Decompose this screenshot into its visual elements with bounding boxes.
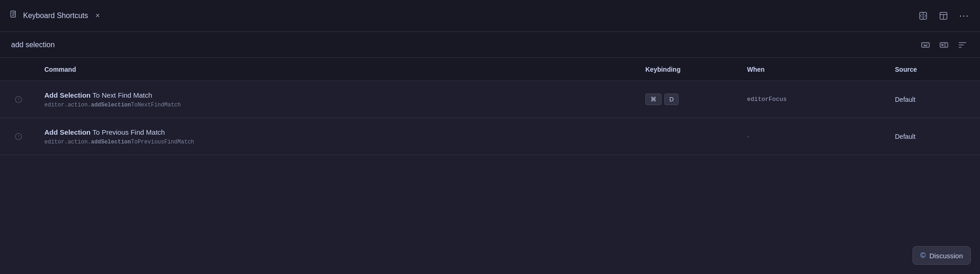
record-keys-button[interactable] xyxy=(937,38,950,51)
title-bar-left: Keyboard Shortcuts × xyxy=(9,10,103,22)
header-command: Command xyxy=(37,66,638,73)
when-cell: editorFocus xyxy=(740,90,888,108)
table-row[interactable]: Add Selection To Previous Find Match edi… xyxy=(0,118,980,155)
header-keybinding: Keybinding xyxy=(638,66,740,73)
command-bold: Add Selection xyxy=(44,91,91,99)
search-icons xyxy=(919,38,969,51)
split-editor-button[interactable] xyxy=(917,9,930,22)
table-row[interactable]: Add Selection To Next Find Match editor.… xyxy=(0,81,980,118)
cmd-suffix: ToNextFindMatch xyxy=(131,102,181,108)
command-id: editor.action.addSelectionToPreviousFind… xyxy=(44,139,631,145)
cmd-bold: addSelection xyxy=(91,139,131,145)
svg-point-13 xyxy=(942,44,943,45)
close-tab-button[interactable]: × xyxy=(93,10,103,22)
keybinding-cell xyxy=(638,131,740,142)
command-id: editor.action.addSelectionToNextFindMatc… xyxy=(44,102,631,108)
search-bar: add selection xyxy=(0,32,980,58)
search-input[interactable]: add selection xyxy=(11,32,919,57)
source-cell: Default xyxy=(888,127,980,146)
layout-button[interactable] xyxy=(937,9,950,22)
cmd-prefix: editor.action. xyxy=(44,102,91,108)
more-options-button[interactable]: ··· xyxy=(957,8,971,24)
discussion-icon: © xyxy=(920,251,926,260)
key-letter: D xyxy=(664,93,679,105)
source-cell: Default xyxy=(888,90,980,109)
command-bold: Add Selection xyxy=(44,128,91,136)
command-title: Add Selection To Next Find Match xyxy=(44,90,631,100)
document-icon xyxy=(9,10,18,22)
cmd-prefix: editor.action. xyxy=(44,139,91,145)
keybinding-cell: ⌘ D xyxy=(638,88,740,111)
cmd-bold: addSelection xyxy=(91,102,131,108)
row-icon-cell xyxy=(0,132,37,141)
row-icon-cell xyxy=(0,95,37,104)
discussion-badge[interactable]: © Discussion xyxy=(913,246,971,265)
title-bar: Keyboard Shortcuts × ··· xyxy=(0,0,980,32)
cmd-suffix: ToPreviousFindMatch xyxy=(131,139,194,145)
table-container: Command Keybinding When Source Add Selec… xyxy=(0,58,980,155)
header-source: Source xyxy=(888,66,980,73)
table-header: Command Keybinding When Source xyxy=(0,58,980,81)
keyboard-icon-button[interactable] xyxy=(919,38,932,51)
command-cell: Add Selection To Previous Find Match edi… xyxy=(37,122,638,151)
header-when: When xyxy=(740,66,888,73)
svg-rect-12 xyxy=(940,43,948,47)
command-rest: To Next Find Match xyxy=(91,91,152,99)
title-bar-right: ··· xyxy=(917,8,971,24)
key-mod: ⌘ xyxy=(645,93,662,105)
tab-title: Keyboard Shortcuts xyxy=(23,12,88,20)
command-cell: Add Selection To Next Find Match editor.… xyxy=(37,85,638,114)
sort-order-button[interactable] xyxy=(956,38,969,51)
discussion-label: Discussion xyxy=(929,252,963,260)
command-title: Add Selection To Previous Find Match xyxy=(44,127,631,137)
command-rest: To Previous Find Match xyxy=(91,128,165,136)
svg-rect-6 xyxy=(922,43,930,47)
when-cell: - xyxy=(740,127,888,146)
